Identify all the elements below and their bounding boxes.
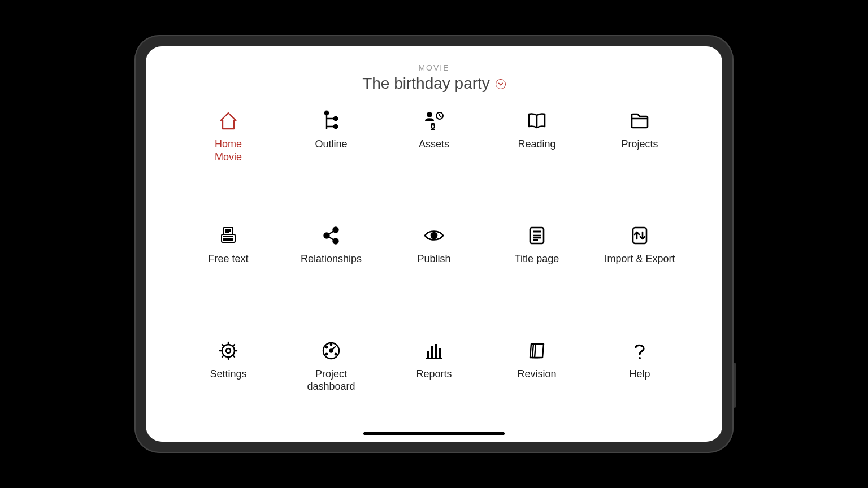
tile-project-dashboard[interactable]: Projectdashboard: [283, 338, 380, 419]
question-icon: [628, 338, 651, 363]
titlepage-icon: [526, 223, 548, 248]
svg-line-39: [222, 345, 224, 346]
tile-label: Assets: [419, 138, 449, 151]
assets-icon: [423, 108, 445, 133]
svg-line-40: [233, 355, 235, 357]
tile-revision[interactable]: Revision: [488, 338, 585, 419]
tile-label: Help: [629, 368, 650, 381]
header: MOVIE The birthday party: [180, 63, 688, 93]
home-icon: [217, 108, 240, 133]
tile-label: Import & Export: [604, 252, 675, 265]
svg-point-48: [335, 353, 336, 354]
bars-icon: [423, 338, 445, 363]
svg-point-34: [226, 348, 231, 353]
svg-point-26: [431, 233, 437, 238]
svg-point-3: [325, 111, 328, 115]
svg-point-55: [639, 357, 641, 359]
svg-rect-51: [431, 346, 433, 358]
home-grid: Home Movie Outline: [180, 104, 688, 419]
tile-label: Projectdashboard: [307, 368, 355, 393]
tile-label: Relationships: [301, 252, 362, 265]
share-icon: [320, 223, 342, 248]
tile-settings[interactable]: Settings: [180, 338, 277, 419]
reading-icon: [526, 108, 548, 133]
svg-line-24: [329, 231, 334, 234]
tile-outline[interactable]: Outline: [283, 108, 380, 189]
svg-line-9: [440, 116, 441, 117]
tile-assets[interactable]: Assets: [385, 108, 483, 189]
tile-label: Publish: [417, 252, 450, 265]
tile-relationships[interactable]: Relationships: [283, 223, 380, 304]
tile-label: Home: [215, 138, 242, 151]
project-title-row[interactable]: The birthday party: [362, 75, 506, 93]
svg-point-5: [334, 125, 337, 128]
gear-icon: [217, 338, 240, 363]
svg-rect-32: [633, 228, 646, 243]
pages-icon: [526, 338, 548, 363]
device-side-button: [734, 363, 736, 408]
svg-point-49: [326, 353, 327, 354]
tile-projects[interactable]: Projects: [591, 108, 688, 189]
svg-rect-50: [427, 351, 429, 358]
eye-icon: [423, 223, 445, 248]
tile-label: Title page: [515, 252, 559, 265]
svg-line-42: [233, 345, 235, 346]
outline-icon: [320, 108, 342, 133]
tile-label: Settings: [210, 368, 246, 381]
tile-sublabel: Movie: [215, 151, 242, 164]
tile-home[interactable]: Home Movie: [180, 108, 277, 189]
tile-label: Outline: [315, 138, 347, 151]
screen: MOVIE The birthday party Home Movie: [146, 46, 722, 442]
tile-label: Free text: [208, 252, 248, 265]
home-indicator[interactable]: [363, 432, 505, 435]
gauge-icon: [320, 338, 342, 363]
svg-point-46: [326, 346, 327, 347]
svg-rect-52: [435, 344, 437, 358]
tile-publish[interactable]: Publish: [385, 223, 483, 304]
tile-label: Revision: [517, 368, 556, 381]
tile-title-page[interactable]: Title page: [488, 223, 585, 304]
tile-label: Reports: [416, 368, 452, 381]
tile-free-text[interactable]: Free text: [180, 223, 277, 304]
chevron-down-icon[interactable]: [496, 79, 506, 89]
tile-import-export[interactable]: Import & Export: [591, 223, 688, 304]
tile-help[interactable]: Help: [591, 338, 688, 419]
projects-icon: [628, 108, 651, 133]
typewriter-icon: [217, 223, 240, 248]
import-export-icon: [628, 223, 651, 248]
svg-rect-53: [439, 348, 441, 358]
svg-line-25: [329, 237, 334, 240]
svg-point-6: [427, 112, 432, 117]
project-type-label: MOVIE: [180, 63, 688, 72]
tile-reports[interactable]: Reports: [385, 338, 483, 419]
tablet-frame: MOVIE The birthday party Home Movie: [134, 35, 734, 453]
tile-label: Projects: [621, 138, 658, 151]
svg-rect-54: [426, 358, 442, 359]
svg-point-47: [331, 343, 332, 345]
tile-label: Reading: [518, 138, 555, 151]
tile-reading[interactable]: Reading: [488, 108, 585, 189]
svg-line-41: [222, 355, 224, 357]
svg-point-4: [334, 117, 337, 120]
project-title: The birthday party: [362, 75, 490, 93]
